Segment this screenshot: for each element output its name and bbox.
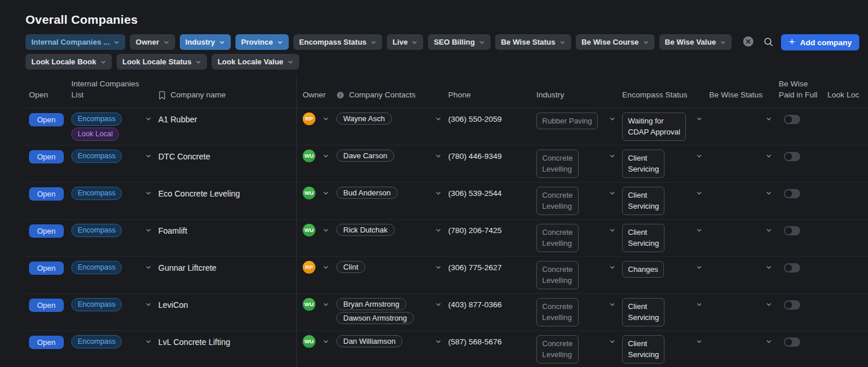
look-locale-cell[interactable] bbox=[827, 335, 868, 350]
owner-cell[interactable]: RP bbox=[296, 112, 336, 128]
be-wise-paid-toggle[interactable] bbox=[784, 115, 800, 124]
owner-cell[interactable]: WU bbox=[296, 224, 336, 239]
owner-cell[interactable]: WU bbox=[296, 298, 336, 313]
company-contacts-cell[interactable]: Dan Williamson bbox=[336, 335, 448, 350]
clear-filters-button[interactable] bbox=[741, 34, 756, 50]
industry-cell[interactable]: Concrete Levelling bbox=[536, 298, 622, 326]
be-wise-status-cell[interactable] bbox=[709, 224, 779, 239]
open-button[interactable]: Open bbox=[29, 224, 64, 238]
contact-pill[interactable]: Dave Carson bbox=[336, 150, 394, 162]
contact-pill[interactable]: Bryan Armstrong bbox=[336, 298, 406, 310]
owner-cell[interactable]: WU bbox=[296, 335, 336, 350]
open-button[interactable]: Open bbox=[29, 187, 64, 201]
company-contacts-cell[interactable]: Bud Anderson bbox=[336, 187, 448, 202]
contact-pill[interactable]: Rick Dutchak bbox=[336, 224, 395, 236]
company-name-cell[interactable]: A1 Rubber bbox=[158, 112, 296, 128]
encompass-status-cell[interactable]: Changes bbox=[622, 261, 709, 278]
filter-owner[interactable]: Owner bbox=[130, 34, 175, 50]
industry-cell[interactable]: Concrete Levelling bbox=[536, 150, 622, 178]
owner-cell[interactable]: WU bbox=[296, 150, 336, 165]
internal-companies-list-cell[interactable]: Encompass bbox=[71, 261, 158, 276]
internal-companies-list-cell[interactable]: Encompass bbox=[71, 187, 158, 202]
phone-cell[interactable]: (306) 550-2059 bbox=[448, 112, 536, 128]
contact-pill[interactable]: Dawson Armstrong bbox=[336, 312, 414, 324]
open-button[interactable]: Open bbox=[29, 261, 64, 275]
company-contacts-cell[interactable]: Wayne Asch bbox=[336, 112, 448, 128]
phone-cell[interactable]: (780) 206-7425 bbox=[448, 224, 536, 239]
internal-companies-list-cell[interactable]: EncompassLook Local bbox=[71, 112, 158, 141]
be-wise-paid-toggle[interactable] bbox=[784, 300, 800, 310]
be-wise-status-cell[interactable] bbox=[709, 112, 779, 128]
contact-pill[interactable]: Dan Williamson bbox=[336, 335, 402, 347]
look-locale-cell[interactable] bbox=[827, 224, 868, 239]
be-wise-paid-toggle[interactable] bbox=[784, 337, 800, 347]
be-wise-paid-toggle[interactable] bbox=[784, 189, 800, 198]
be-wise-paid-toggle[interactable] bbox=[784, 152, 800, 161]
encompass-status-cell[interactable]: Client Servicing bbox=[622, 187, 709, 215]
internal-companies-list-cell[interactable]: Encompass bbox=[71, 224, 158, 239]
company-contacts-cell[interactable]: Dave Carson bbox=[336, 150, 448, 165]
look-locale-cell[interactable] bbox=[827, 112, 868, 128]
company-name-cell[interactable]: Foamlift bbox=[158, 224, 296, 239]
be-wise-paid-toggle[interactable] bbox=[784, 226, 800, 235]
contact-pill[interactable]: Bud Anderson bbox=[336, 187, 398, 199]
look-locale-cell[interactable] bbox=[827, 298, 868, 313]
company-name-cell[interactable]: Gunnar Liftcrete bbox=[158, 261, 296, 276]
owner-cell[interactable]: RP bbox=[296, 261, 336, 276]
internal-companies-list-cell[interactable]: Encompass bbox=[71, 335, 158, 350]
phone-cell[interactable]: (306) 539-2544 bbox=[448, 187, 536, 202]
encompass-status-cell[interactable]: Client Servicing bbox=[622, 150, 709, 178]
filter-be-wise-course[interactable]: Be Wise Course bbox=[576, 34, 655, 50]
industry-cell[interactable]: Rubber Paving bbox=[536, 112, 622, 130]
be-wise-status-cell[interactable] bbox=[709, 150, 779, 165]
industry-cell[interactable]: Concrete Levelling bbox=[536, 224, 622, 252]
company-name-cell[interactable]: LvL Concrete Lifting bbox=[158, 335, 296, 350]
filter-look-locale-status[interactable]: Look Locale Status bbox=[117, 54, 207, 70]
be-wise-paid-toggle[interactable] bbox=[784, 263, 800, 272]
owner-cell[interactable]: WU bbox=[296, 187, 336, 202]
open-button[interactable]: Open bbox=[29, 113, 64, 126]
filter-live[interactable]: Live bbox=[387, 34, 423, 50]
encompass-status-cell[interactable]: Client Servicing bbox=[622, 224, 709, 252]
phone-cell[interactable]: (403) 877-0366 bbox=[448, 298, 536, 313]
industry-cell[interactable]: Concrete Levelling bbox=[536, 261, 622, 289]
company-name-cell[interactable]: Eco Concrete Leveling bbox=[158, 187, 296, 202]
contact-pill[interactable]: Wayne Asch bbox=[336, 112, 392, 125]
phone-cell[interactable]: (587) 568-5676 bbox=[448, 335, 536, 350]
phone-cell[interactable]: (780) 446-9349 bbox=[448, 150, 536, 165]
be-wise-status-cell[interactable] bbox=[709, 335, 779, 350]
company-contacts-cell[interactable]: Bryan ArmstrongDawson Armstrong bbox=[336, 298, 448, 324]
internal-companies-list-cell[interactable]: Encompass bbox=[71, 150, 158, 165]
filter-encompass-status[interactable]: Encompass Status bbox=[293, 34, 382, 50]
phone-cell[interactable]: (306) 775-2627 bbox=[448, 261, 536, 276]
industry-cell[interactable]: Concrete Levelling bbox=[536, 187, 622, 215]
filter-seo-billing[interactable]: SEO Billing bbox=[428, 34, 491, 50]
filter-look-locale-value[interactable]: Look Locale Value bbox=[212, 54, 299, 70]
look-locale-cell[interactable] bbox=[827, 187, 868, 202]
open-button[interactable]: Open bbox=[29, 299, 64, 312]
filter-be-wise-value[interactable]: Be Wise Value bbox=[659, 34, 732, 50]
filter-industry[interactable]: Industry bbox=[180, 34, 231, 50]
company-name-cell[interactable]: DTC Concrete bbox=[158, 150, 296, 165]
filter-internal-companies[interactable]: Internal Companies ... bbox=[26, 34, 125, 50]
contact-pill[interactable]: Clint bbox=[336, 261, 365, 273]
search-button[interactable] bbox=[762, 35, 775, 50]
be-wise-status-cell[interactable] bbox=[709, 298, 779, 313]
be-wise-status-cell[interactable] bbox=[709, 187, 779, 202]
company-name-cell[interactable]: LeviCon bbox=[158, 298, 296, 313]
encompass-status-cell[interactable]: Waiting for CDAP Approval bbox=[622, 112, 709, 141]
filter-province[interactable]: Province bbox=[235, 34, 289, 50]
look-locale-cell[interactable] bbox=[827, 150, 868, 165]
add-company-button[interactable]: Add company bbox=[781, 34, 859, 50]
filter-look-locale-book[interactable]: Look Locale Book bbox=[26, 54, 112, 70]
open-button[interactable]: Open bbox=[29, 336, 64, 349]
filter-be-wise-status[interactable]: Be Wise Status bbox=[495, 34, 571, 50]
industry-cell[interactable]: Concrete Levelling bbox=[536, 335, 622, 364]
open-button[interactable]: Open bbox=[29, 150, 64, 163]
company-contacts-cell[interactable]: Rick Dutchak bbox=[336, 224, 448, 239]
look-locale-cell[interactable] bbox=[827, 261, 868, 276]
encompass-status-cell[interactable]: Client Servicing bbox=[622, 335, 709, 364]
internal-companies-list-cell[interactable]: Encompass bbox=[71, 298, 158, 313]
encompass-status-cell[interactable]: Client Servicing bbox=[622, 298, 709, 326]
company-contacts-cell[interactable]: Clint bbox=[336, 261, 448, 276]
